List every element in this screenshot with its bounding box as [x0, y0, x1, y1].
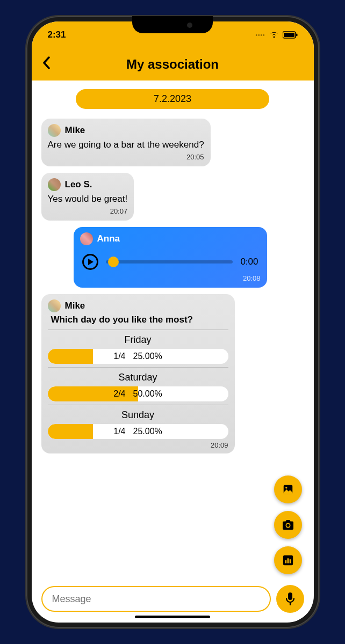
poll-percent: 25.00%: [133, 427, 162, 436]
screen: 2:31 •••• My association 7.2.2023 Mike A…: [32, 21, 314, 623]
chevron-left-icon: [42, 56, 51, 69]
page-title: My association: [126, 57, 219, 72]
message-header: Anna: [80, 232, 261, 245]
poll-button[interactable]: [274, 546, 302, 574]
sender-name: Mike: [65, 125, 85, 136]
poll-percent: 25.00%: [133, 352, 162, 361]
svg-rect-1: [284, 33, 294, 37]
message-time: 20:07: [48, 207, 128, 215]
sender-name: Leo S.: [65, 179, 92, 190]
svg-rect-9: [287, 558, 289, 563]
message-header: Mike: [48, 299, 228, 312]
poll-count: 1/4: [113, 352, 125, 361]
poll-option[interactable]: Friday 1/4 25.00%: [48, 330, 228, 364]
chart-icon: [282, 554, 294, 566]
home-indicator[interactable]: [135, 616, 210, 618]
mic-icon: [285, 592, 296, 606]
voice-duration: 0:00: [240, 257, 258, 267]
sender-name: Anna: [97, 233, 120, 244]
poll-option[interactable]: Saturday 2/4 50.00%: [48, 367, 228, 401]
poll-question: Which day do you like the most?: [51, 314, 228, 325]
svg-rect-11: [288, 592, 292, 600]
voice-slider[interactable]: [106, 260, 233, 264]
play-button[interactable]: [82, 254, 98, 270]
voice-player: 0:00: [80, 247, 261, 272]
back-button[interactable]: [42, 56, 51, 73]
message-time: 20:08: [80, 274, 261, 282]
poll-bar: 2/4 50.00%: [48, 386, 228, 401]
poll-fill: [48, 349, 93, 364]
message-time: 20:09: [48, 441, 228, 449]
poll-percent: 50.00%: [133, 389, 162, 399]
poll-count: 1/4: [113, 427, 125, 436]
poll-bar: 1/4 25.00%: [48, 349, 228, 364]
voice-message-bubble[interactable]: Anna 0:00 20:08: [74, 227, 267, 288]
gallery-button[interactable]: [274, 475, 302, 503]
poll-bubble[interactable]: Mike Which day do you like the most? Fri…: [41, 294, 235, 453]
svg-rect-8: [285, 560, 286, 564]
message-text: Are we going to a bar at the weekend?: [48, 139, 204, 151]
avatar: [48, 178, 61, 191]
poll-option-label: Sunday: [48, 409, 228, 421]
camera-icon: [282, 519, 294, 531]
message-bubble[interactable]: Mike Are we going to a bar at the weeken…: [41, 119, 211, 166]
status-right: ••••: [255, 31, 297, 39]
wifi-icon: [269, 31, 279, 39]
svg-point-6: [286, 524, 290, 527]
avatar: [80, 232, 93, 245]
poll-fill: [48, 424, 93, 439]
message-text: Yes would be great!: [48, 193, 128, 205]
status-time: 2:31: [48, 30, 66, 40]
sender-name: Mike: [65, 301, 85, 311]
action-buttons: [274, 475, 302, 574]
poll-count: 2/4: [113, 389, 125, 399]
image-icon: [282, 484, 294, 495]
svg-rect-10: [289, 559, 291, 563]
phone-frame: 2:31 •••• My association 7.2.2023 Mike A…: [26, 16, 319, 628]
date-separator: 7.2.2023: [76, 89, 269, 109]
avatar: [48, 124, 61, 137]
notch: [132, 16, 213, 33]
avatar: [48, 299, 61, 312]
poll-bar: 1/4 25.00%: [48, 424, 228, 439]
chat-body[interactable]: 7.2.2023 Mike Are we going to a bar at t…: [32, 80, 314, 580]
camera-button[interactable]: [274, 511, 302, 539]
mic-button[interactable]: [276, 585, 304, 613]
message-time: 20:05: [48, 153, 204, 161]
message-bubble[interactable]: Leo S. Yes would be great! 20:07: [41, 173, 134, 221]
message-header: Leo S.: [48, 178, 128, 191]
poll-option-label: Friday: [48, 334, 228, 346]
message-header: Mike: [48, 124, 204, 137]
message-input[interactable]: [41, 586, 271, 612]
dots-icon: ••••: [255, 32, 265, 38]
chat-header: My association: [32, 48, 314, 80]
battery-icon: [283, 31, 298, 39]
poll-option-label: Saturday: [48, 372, 228, 383]
poll-option[interactable]: Sunday 1/4 25.00%: [48, 405, 228, 439]
svg-rect-2: [296, 34, 298, 36]
svg-point-4: [285, 487, 287, 488]
voice-slider-thumb[interactable]: [108, 257, 119, 267]
